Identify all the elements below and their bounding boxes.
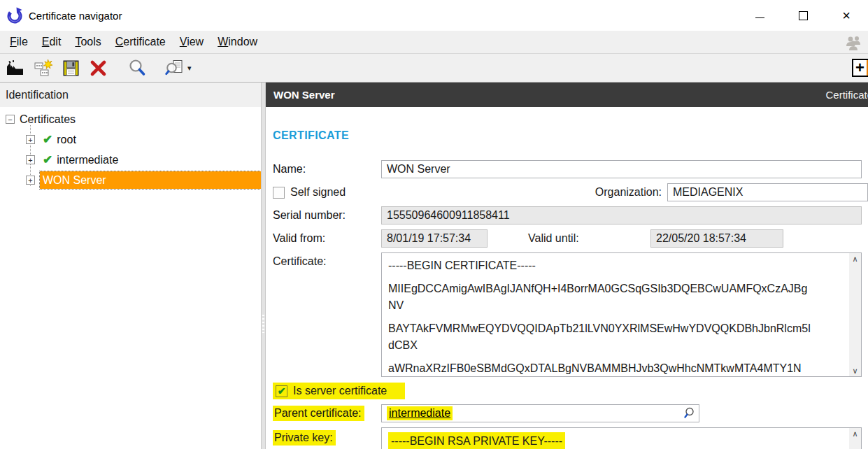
search-button[interactable] [127, 57, 146, 79]
checkmark-icon: ✔ [278, 386, 286, 396]
menu-file-accel: F [10, 36, 17, 48]
tree-item-certificates[interactable]: − Certificates [0, 109, 261, 129]
minimize-button[interactable] [738, 0, 781, 31]
menu-file[interactable]: File [3, 32, 35, 52]
private-key-line: -----BEGIN RSA PRIVATE KEY----- [388, 432, 565, 449]
serial-row: Serial number: 15550964600911858411 [273, 206, 868, 224]
menu-view-accel: V [180, 36, 187, 48]
delete-x-icon [89, 59, 108, 77]
tree-item-content: WON Server [40, 171, 261, 189]
section-title: CERTIFICATE [273, 129, 868, 143]
close-button[interactable]: × [825, 0, 868, 31]
valid-until-value: 22/05/20 18:57:34 [656, 232, 746, 245]
menu-edit-rest: dit [49, 36, 61, 48]
expand-icon[interactable]: + [26, 135, 35, 144]
window-title: Certificate navigator [29, 10, 122, 22]
menu-view-rest: iew [187, 36, 204, 48]
check-icon: ✔ [43, 152, 52, 167]
minimize-icon [755, 17, 764, 18]
name-label: Name: [273, 163, 381, 176]
tree-item-content: ✔ root [40, 131, 79, 148]
panel-splitter[interactable] [261, 83, 266, 449]
certificate-scrollbar[interactable]: ∧ ∨ [849, 253, 861, 376]
menu-tools-rest: ools [80, 36, 101, 48]
save-button[interactable] [62, 57, 80, 79]
tree-label: intermediate [57, 154, 118, 166]
detail-header-right-label: Certificate [825, 89, 868, 101]
new-certificate-button[interactable] [34, 57, 53, 79]
detail-header: WON Server Certificate [266, 83, 868, 107]
private-key-label-highlight: Private key: [273, 430, 336, 446]
scroll-down-icon[interactable]: ∨ [852, 365, 858, 376]
is-server-checkbox[interactable]: ✔ [276, 385, 287, 397]
menu-window[interactable]: Window [211, 32, 264, 52]
tree-label: root [57, 134, 76, 146]
private-key-scrollbar[interactable]: ∧ [849, 428, 861, 449]
expand-icon[interactable]: + [26, 155, 35, 164]
add-panel-button[interactable]: + [852, 59, 868, 77]
app-window: Certificate navigator × File Edit Tools … [0, 0, 868, 449]
collapse-icon[interactable]: − [6, 115, 15, 124]
import-button[interactable] [6, 57, 24, 79]
sidebar: Identification − Certificates + ✔ root + [0, 83, 261, 449]
tree-item-root[interactable]: + ✔ root [0, 129, 261, 150]
certificate-tree: − Certificates + ✔ root + ✔ intermediate [0, 107, 261, 190]
selfsigned-organization-row: Self signed Organization: MEDIAGENIX [273, 183, 868, 201]
search-icon [127, 58, 146, 78]
certificate-line: aWRnaXRzIFB0eSBMdGQxDTALBgNVBAMMBHJvb3Qw… [388, 360, 843, 377]
title-bar: Certificate navigator × [0, 0, 868, 31]
is-server-label: Is server certificate [293, 385, 387, 397]
maximize-icon [799, 11, 808, 20]
app-logo-icon [6, 7, 23, 24]
certificate-line: NV [388, 297, 843, 314]
scroll-up-icon[interactable]: ∧ [852, 428, 858, 439]
valid-from-label: Valid from: [273, 232, 381, 245]
maximize-button[interactable] [781, 0, 825, 31]
delete-button[interactable] [89, 57, 108, 79]
menu-window-rest: indow [228, 36, 257, 48]
private-key-textarea[interactable]: -----BEGIN RSA PRIVATE KEY----- ∧ [381, 427, 862, 449]
parent-certificate-input[interactable]: intermediate [381, 404, 699, 422]
tree-label: WON Server [43, 174, 106, 187]
self-signed-checkbox[interactable] [273, 187, 285, 199]
magnifier-icon [683, 406, 697, 420]
self-signed-label: Self signed [290, 186, 346, 199]
menu-window-accel: W [218, 36, 228, 48]
sidebar-header: Identification [0, 83, 261, 107]
private-key-row: Private key: -----BEGIN RSA PRIVATE KEY-… [273, 427, 868, 449]
expand-icon[interactable]: + [26, 176, 35, 185]
certificate-text: -----BEGIN CERTIFICATE----- MIIEgDCCAmig… [382, 253, 861, 377]
menu-edit-accel: E [42, 36, 50, 48]
close-icon: × [842, 8, 851, 22]
menu-certificate-rest: ertificate [123, 36, 165, 48]
parent-lookup-button[interactable] [683, 406, 697, 422]
certificate-label: Certificate: [273, 252, 381, 377]
organization-value: MEDIAGENIX [673, 186, 743, 199]
serial-label: Serial number: [273, 209, 381, 222]
name-input[interactable]: WON Server [381, 160, 862, 178]
menu-edit[interactable]: Edit [35, 32, 69, 52]
menu-tools[interactable]: Tools [68, 32, 108, 52]
tree-item-won-server[interactable]: + WON Server [0, 170, 261, 190]
search-options-button[interactable]: ▾ [165, 57, 192, 79]
dropdown-arrow-icon: ▾ [187, 64, 192, 73]
menu-certificate[interactable]: Certificate [108, 32, 173, 52]
factory-icon [6, 59, 24, 78]
tree-label: Certificates [20, 113, 76, 126]
tree-item-intermediate[interactable]: + ✔ intermediate [0, 150, 261, 170]
is-server-row: ✔ Is server certificate [273, 383, 868, 399]
check-icon: ✔ [43, 132, 52, 147]
tree-item-content: ✔ intermediate [40, 151, 121, 169]
parent-label-highlight: Parent certificate: [273, 406, 364, 421]
scroll-up-icon[interactable]: ∧ [852, 253, 858, 264]
parent-certificate-row: Parent certificate: intermediate [273, 404, 868, 422]
name-value: WON Server [387, 163, 450, 176]
parent-certificate-link[interactable]: intermediate [387, 406, 453, 420]
certificate-textarea[interactable]: -----BEGIN CERTIFICATE----- MIIEgDCCAmig… [381, 252, 862, 377]
serial-value: 15550964600911858411 [387, 209, 510, 222]
search-document-icon [165, 58, 185, 78]
valid-from-field: 8/01/19 17:57:34 [381, 229, 488, 248]
menu-view[interactable]: View [173, 32, 211, 52]
certificate-row: Certificate: -----BEGIN CERTIFICATE-----… [273, 252, 868, 377]
organization-input[interactable]: MEDIAGENIX [667, 183, 868, 201]
